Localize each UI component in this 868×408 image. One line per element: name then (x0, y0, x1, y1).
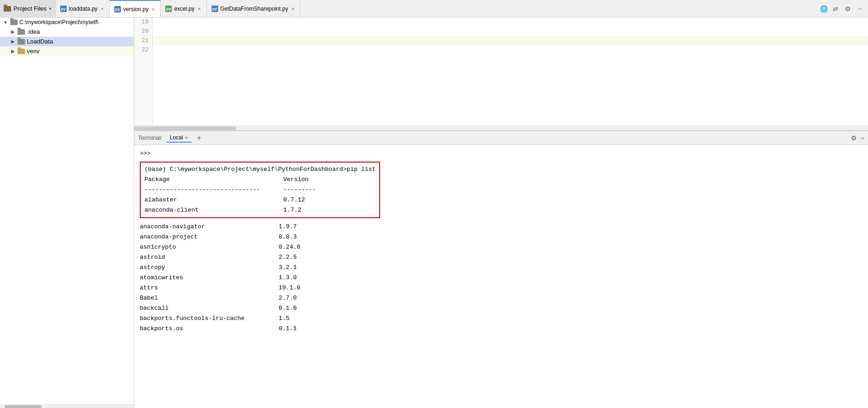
tab-version[interactable]: py version.py × (110, 0, 161, 17)
pkg-version-2: 0.24.0 (279, 242, 325, 252)
dropdown-arrow: ▾ (49, 6, 51, 11)
tab-icon-version: py (114, 6, 121, 13)
tab-close-getdata[interactable]: × (290, 6, 295, 12)
terminal-add-button[interactable]: + (194, 133, 204, 143)
terminal-toolbar: Terminal: Local × + ⚙ − (134, 131, 868, 145)
tab-close-excel[interactable]: × (197, 6, 201, 12)
pkg-row-2: asn1crypto0.24.0 (140, 242, 862, 252)
tree-root[interactable]: ▼ C:\myworkspace\Project\myself\ (0, 18, 134, 27)
line-22: 22 (134, 45, 152, 55)
project-folder-icon (4, 6, 11, 12)
code-line-22 (153, 45, 868, 55)
pip-sep-pkg: -------------------------------- (144, 185, 283, 195)
tab-icon-getdata: py (212, 6, 218, 12)
venv-chevron: ▶ (10, 49, 16, 54)
pkg-row-1: anaconda-project0.8.3 (140, 232, 862, 242)
tab-label-excel: excel.py (174, 6, 194, 12)
terminal-gear-icon[interactable]: ⚙ (851, 134, 857, 142)
line-20: 20 (134, 27, 152, 36)
tab-icon-loaddata: py (60, 6, 67, 12)
root-label: C:\myworkspace\Project\myself\ (19, 19, 99, 25)
transfer-icon[interactable]: ⇄ (831, 4, 840, 13)
loaddata-folder-icon (18, 39, 25, 44)
pkg-name-8: backcall (140, 303, 279, 314)
sidebar-item-loaddata[interactable]: ▶ LoadData (0, 37, 134, 46)
root-folder-icon (10, 19, 18, 25)
terminal-minimize-icon[interactable]: − (861, 134, 864, 142)
pkg-version-3: 2.2.5 (279, 252, 325, 263)
terminal-pip-table-box: (base) C:\myworkspace\Project\myself\Pyt… (140, 162, 380, 218)
pkg-version-1: 0.8.3 (279, 232, 325, 242)
globe-icon[interactable]: 🌐 (819, 4, 828, 13)
package-list: anaconda-navigator1.9.7anaconda-project0… (140, 222, 862, 334)
idea-folder-icon (18, 29, 25, 35)
editor-area: 19 20 21 22 (134, 18, 868, 130)
terminal-label: Terminal: (138, 134, 162, 141)
tab-close-loaddata[interactable]: × (100, 6, 105, 12)
pkg-name-10: backports.os (140, 324, 279, 334)
pkg-row-3: astroid2.2.5 (140, 252, 862, 263)
pip-pkg-anaconda-client: anaconda-client (144, 205, 283, 215)
tab-loaddata[interactable]: py loaddata.py × (56, 0, 110, 17)
code-line-21 (153, 36, 868, 45)
root-chevron: ▼ (3, 19, 8, 25)
terminal-tab-local[interactable]: Local × (166, 133, 192, 143)
venv-label: venv (27, 48, 39, 55)
pkg-row-8: backcall0.1.0 (140, 303, 862, 314)
editor-scrollbar-h[interactable] (134, 126, 868, 130)
pkg-row-10: backports.os0.1.1 (140, 324, 862, 334)
terminal-body[interactable]: >>> (base) C:\myworkspace\Project\myself… (134, 145, 868, 408)
tab-label-loaddata: loaddata.py (69, 6, 98, 12)
idea-chevron: ▶ (10, 29, 16, 35)
pip-header-row: Package Version (144, 175, 375, 185)
pip-boxed-row-0: alabaster 0.7.12 (144, 195, 375, 205)
top-bar: Project Files ▾ py loaddata.py × py vers… (0, 0, 868, 18)
pip-ver-alabaster: 0.7.12 (283, 195, 330, 205)
line-numbers: 19 20 21 22 (134, 18, 153, 126)
pkg-name-7: Babel (140, 293, 279, 303)
pkg-name-1: anaconda-project (140, 232, 279, 242)
sidebar-item-venv[interactable]: ▶ venv (0, 46, 134, 56)
pkg-name-2: asn1crypto (140, 242, 279, 252)
pkg-version-10: 0.1.1 (279, 324, 325, 334)
tab-label-getdata: GetDataFromSharepoint.py (220, 6, 288, 12)
pkg-name-6: attrs (140, 283, 279, 293)
sidebar: ▼ C:\myworkspace\Project\myself\ ▶ .idea… (0, 18, 134, 408)
top-icons: 🌐 ⇄ ⚙ − (815, 4, 868, 13)
settings-icon[interactable]: ⚙ (843, 4, 852, 13)
terminal-tab-label: Local (170, 134, 183, 141)
sidebar-item-idea[interactable]: ▶ .idea (0, 27, 134, 37)
tab-getdata[interactable]: py GetDataFromSharepoint.py × (207, 0, 300, 17)
tab-icon-excel: py (165, 6, 172, 12)
pip-pkg-alabaster: alabaster (144, 195, 283, 205)
tab-bar: py loaddata.py × py version.py × py exce… (56, 0, 815, 17)
pkg-version-8: 0.1.0 (279, 303, 325, 314)
pkg-name-5: atomicwrites (140, 273, 279, 283)
pkg-name-3: astroid (140, 252, 279, 263)
pkg-row-0: anaconda-navigator1.9.7 (140, 222, 862, 232)
terminal-pip-box-container: (base) C:\myworkspace\Project\myself\Pyt… (140, 162, 862, 220)
pip-command-text: (base) C:\myworkspace\Project\myself\Pyt… (144, 164, 375, 175)
terminal-prompt: >>> (140, 149, 862, 159)
sidebar-scrollbar[interactable] (0, 404, 134, 408)
loaddata-chevron: ▶ (10, 39, 16, 44)
pkg-row-5: atomicwrites1.3.0 (140, 273, 862, 283)
sidebar-scrollbar-thumb (5, 405, 42, 408)
pkg-row-9: backports.functools-lru-cache1.5 (140, 314, 862, 324)
minimize-icon[interactable]: − (855, 4, 864, 13)
terminal-section: Terminal: Local × + ⚙ − >>> (base) C:\my… (134, 130, 868, 408)
pkg-row-6: attrs19.1.0 (140, 283, 862, 293)
project-files-label: Project Files (13, 5, 47, 12)
tab-label-version: version.py (123, 6, 149, 13)
project-files-button[interactable]: Project Files ▾ (0, 0, 56, 17)
venv-folder-icon (18, 49, 25, 54)
terminal-tab-close[interactable]: × (185, 135, 187, 140)
code-editor[interactable] (153, 18, 868, 126)
pkg-version-7: 2.7.0 (279, 293, 325, 303)
code-line-20 (153, 27, 868, 36)
pip-separator-row: -------------------------------- -------… (144, 185, 375, 195)
tab-excel[interactable]: py excel.py × (161, 0, 206, 17)
tab-close-version[interactable]: × (151, 6, 156, 13)
editor-content: 19 20 21 22 (134, 18, 868, 126)
pkg-version-9: 1.5 (279, 314, 325, 324)
